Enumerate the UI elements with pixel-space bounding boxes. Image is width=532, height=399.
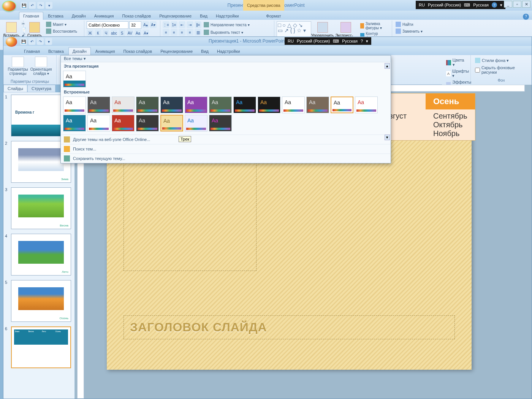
- slide-thumbnail[interactable]: 6ЗимаВеснаЛетоОсень: [3, 324, 74, 370]
- theme-thumb[interactable]: Aa: [160, 97, 183, 113]
- font-size-combo[interactable]: 32: [129, 21, 141, 29]
- case-icon[interactable]: Aa: [135, 30, 141, 36]
- text-direction-button[interactable]: Направление текста ▾: [203, 21, 251, 28]
- tab2-review[interactable]: Рецензирование: [157, 48, 196, 55]
- close-button[interactable]: ✕: [522, 1, 530, 8]
- theme-thumb[interactable]: Aa: [87, 115, 110, 131]
- themes-save-current[interactable]: Сохранить текущую тему...: [61, 154, 391, 163]
- language-bar-1[interactable]: RU Русский (Россия) ⌨ Русская ? ▾: [416, 1, 505, 9]
- paste-button[interactable]: Вставить: [4, 21, 19, 38]
- slide-title-text[interactable]: ЗАГОЛОВОК СЛАЙДА: [130, 320, 448, 334]
- office-button-2[interactable]: [6, 37, 17, 47]
- outline-tab[interactable]: Структура: [27, 85, 55, 92]
- themes-more-online[interactable]: Другие темы на веб-узле Office Online...: [61, 135, 391, 144]
- theme-thumb[interactable]: Aa: [112, 97, 135, 113]
- bullets-icon[interactable]: ⋮≡: [163, 21, 169, 28]
- theme-thumb[interactable]: Aa: [331, 97, 353, 113]
- shadow-button[interactable]: S: [119, 30, 125, 36]
- scroll-down-icon[interactable]: ▾: [385, 135, 390, 140]
- tab-slideshow[interactable]: Показ слайдов: [118, 12, 155, 20]
- tab2-design[interactable]: Дизайн: [68, 47, 91, 55]
- shrink-font-icon[interactable]: A▾: [150, 21, 157, 28]
- title-placeholder[interactable]: ЗАГОЛОВОК СЛАЙДА: [124, 315, 455, 339]
- help-icon[interactable]: ?: [523, 14, 529, 20]
- themes-browse[interactable]: Поиск тем...: [61, 144, 391, 154]
- theme-thumb[interactable]: Aa: [160, 115, 183, 131]
- italic-button[interactable]: К: [95, 30, 101, 36]
- themes-scrollbar[interactable]: ▴ ▾: [385, 63, 390, 140]
- theme-thumb[interactable]: Aa: [209, 115, 232, 131]
- minimize-button[interactable]: _: [504, 1, 512, 8]
- theme-thumb[interactable]: Aa: [63, 97, 86, 113]
- tab2-addons[interactable]: Надстройки: [213, 48, 244, 55]
- theme-thumb[interactable]: Aa: [185, 97, 207, 113]
- shape-fill-button[interactable]: Заливка фигуры ▾: [359, 21, 390, 30]
- tab-view[interactable]: Вид: [196, 12, 211, 20]
- slide-thumbnail[interactable]: 4Лето: [3, 231, 74, 278]
- save-icon[interactable]: 💾: [21, 2, 27, 9]
- hide-bg-checkbox[interactable]: Скрыть фоновые рисунки: [474, 65, 529, 75]
- tab-review[interactable]: Рецензирование: [155, 12, 195, 20]
- theme-thumb[interactable]: Aa: [112, 115, 135, 131]
- align-right-icon[interactable]: ≡: [179, 29, 185, 36]
- tab2-home[interactable]: Главная: [20, 48, 44, 55]
- slides-tab[interactable]: Слайды: [3, 85, 27, 92]
- theme-thumb[interactable]: Aa: [306, 97, 329, 113]
- new-slide-button[interactable]: Создать: [26, 21, 43, 38]
- scroll-up-icon[interactable]: ▴: [385, 63, 390, 69]
- theme-thumb[interactable]: Aa: [87, 97, 110, 113]
- theme-thumb[interactable]: Aa: [258, 97, 280, 113]
- redo-icon-2[interactable]: ↷: [37, 38, 44, 45]
- undo-icon-2[interactable]: ↶: [28, 38, 35, 45]
- columns-icon[interactable]: ▥: [195, 29, 201, 36]
- theme-current[interactable]: Aa: [63, 71, 86, 87]
- numbering-icon[interactable]: 1≡: [171, 21, 177, 28]
- page-setup-button[interactable]: Параметры страницы: [8, 57, 28, 76]
- lang-help-icon-2[interactable]: ?: [361, 39, 363, 43]
- language-bar-2[interactable]: RU Русский (Россия) ⌨ Русская ? ▾: [285, 37, 371, 45]
- bg-styles-button[interactable]: Стили фона ▾: [474, 57, 510, 63]
- redo-icon[interactable]: ↷: [37, 2, 44, 9]
- context-tab-drawing[interactable]: Средства рисова: [243, 0, 284, 11]
- qat-more-icon-2[interactable]: ▾: [45, 38, 52, 45]
- tab-design[interactable]: Дизайн: [68, 12, 90, 20]
- tab-animation[interactable]: Анимация: [90, 12, 118, 20]
- lang-dropdown-icon-2[interactable]: ▾: [366, 39, 368, 44]
- slide-thumbnail[interactable]: 5Осень: [3, 278, 74, 324]
- char-spacing-icon[interactable]: AV: [127, 30, 133, 36]
- theme-thumb[interactable]: Aa: [209, 97, 232, 113]
- fonts-button[interactable]: AШрифты ▾: [445, 68, 471, 79]
- slide-orientation-button[interactable]: Ориентация слайда ▾: [30, 57, 52, 76]
- undo-icon[interactable]: ↶: [29, 2, 36, 9]
- theme-thumb[interactable]: Aa: [185, 115, 207, 131]
- layout-button[interactable]: Макет ▾: [45, 21, 78, 27]
- tab-addons[interactable]: Надстройки: [212, 12, 242, 20]
- theme-thumb[interactable]: Aa: [136, 97, 159, 113]
- linespacing-icon[interactable]: ‖≡: [195, 21, 201, 28]
- theme-thumb[interactable]: Aa: [282, 97, 305, 113]
- find-button[interactable]: Найти: [394, 21, 415, 27]
- theme-thumb[interactable]: Aa: [136, 115, 159, 131]
- strike-button[interactable]: abc: [111, 30, 117, 36]
- arrange-button[interactable]: Упорядочить: [313, 21, 332, 38]
- qat-more-icon[interactable]: ▾: [46, 2, 52, 9]
- justify-icon[interactable]: ≡: [187, 29, 193, 36]
- tab2-slideshow[interactable]: Показ слайдов: [119, 48, 156, 55]
- replace-button[interactable]: Заменить ▾: [394, 28, 424, 34]
- tab-home[interactable]: Главная: [19, 12, 43, 20]
- font-name-combo[interactable]: Calibri (Основно: [87, 21, 128, 29]
- outdent-icon[interactable]: ⇤: [179, 21, 185, 28]
- theme-thumb[interactable]: Aa: [233, 97, 256, 113]
- align-left-icon[interactable]: ≡: [163, 29, 169, 36]
- indent-icon[interactable]: ⇥: [187, 21, 193, 28]
- lang-dropdown-icon[interactable]: ▾: [500, 3, 502, 8]
- office-button-1[interactable]: [2, 1, 16, 11]
- theme-thumb[interactable]: Aa: [63, 115, 86, 131]
- table-cell[interactable]: Сентябрь Октябрь Ноябрь: [426, 109, 475, 140]
- theme-thumb[interactable]: Aa: [355, 97, 378, 113]
- align-center-icon[interactable]: ≡: [171, 29, 177, 36]
- lang-help-icon[interactable]: ?: [492, 2, 497, 8]
- tab-format[interactable]: Формат: [262, 12, 285, 20]
- themes-all-header[interactable]: Все темы ▾: [61, 55, 391, 62]
- font-color-icon[interactable]: A▾: [142, 30, 149, 36]
